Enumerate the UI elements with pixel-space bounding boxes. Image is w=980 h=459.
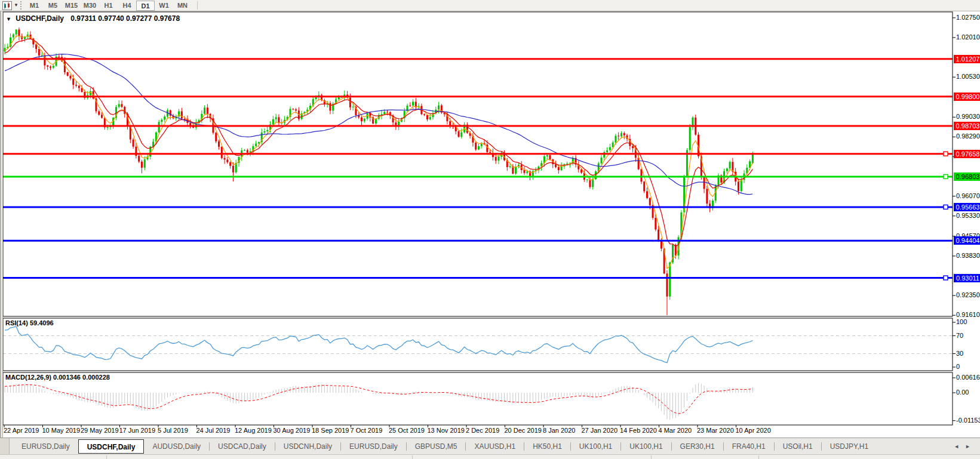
price-axis-tick-label: 1.00530 [956,73,980,80]
timeframe-button-d1[interactable]: D1 [136,1,155,11]
chart-tab-bar: EURUSD,DailyUSDCHF,DailyAUDUSD,DailyUSDC… [0,438,980,454]
price-axis-tick-label: 0.92350 [956,291,980,298]
date-label: 4 Mar 2020 [659,427,692,434]
timeframe-button-m30[interactable]: M30 [81,1,99,11]
date-label: 8 Jan 2020 [543,427,575,434]
rsi-axis-tick-label: 0 [956,363,960,370]
chart-tab-eurusd-daily[interactable]: EURUSD,Daily [13,439,78,454]
chart-type-icon[interactable] [2,1,12,10]
chart-title: ▼ USDCHF,Daily 0.97311 0.97740 0.97277 0… [6,14,180,23]
price-axis-tick-label: 0.98290 [956,133,980,140]
price-axis-tick-label: 0.96070 [956,192,980,199]
date-label: 22 Apr 2019 [4,427,39,434]
tab-scroll-left-icon[interactable]: ◄ [954,443,965,449]
price-axis-tick-label: 0.91610 [956,311,980,318]
timeframe-button-h4[interactable]: H4 [118,1,136,11]
chart-tab-usdjpy-h1[interactable]: USDJPY,H1 [822,439,877,454]
macd-axis-tick-label: 0.00 [956,389,969,396]
chart-symbol-period: USDCHF,Daily [16,14,64,23]
timeframe-button-w1[interactable]: W1 [155,1,173,11]
chart-tab-audusd-daily[interactable]: AUDUSD,Daily [144,439,209,454]
status-pane-divider [758,455,759,459]
chart-tab-usdchf-daily[interactable]: USDCHF,Daily [78,439,145,454]
date-label: 30 Aug 2019 [274,427,311,434]
chart-tab-usdcad-daily[interactable]: USDCAD,Daily [210,439,275,454]
chart-tab-fra40-h1[interactable]: FRA40,H1 [724,439,774,454]
chart-tab-usdcnh-daily[interactable]: USDCNH,Daily [275,439,340,454]
date-label: 27 Jan 2020 [582,427,618,434]
title-caret-icon[interactable]: ▼ [6,16,11,22]
chevron-down-icon[interactable]: ▼ [14,3,19,8]
date-label: 7 Oct 2019 [351,427,383,434]
chart-tab-xauusd-h1[interactable]: XAUUSD,H1 [466,439,524,454]
price-badge: 0.98703 [954,122,980,130]
macd-indicator-label: MACD(12,26,9) 0.001346 0.000228 [5,374,110,381]
rsi-indicator-label: RSI(14) 59.4096 [5,319,54,326]
toolbar-grip[interactable] [20,1,21,10]
chart-tab-gbpusd-m5[interactable]: GBPUSD,M5 [407,439,466,454]
timeframe-button-h1[interactable]: H1 [99,1,118,11]
date-label: 10 May 2019 [42,427,81,434]
chart-left-gutter [0,11,3,438]
timeframe-button-m1[interactable]: M1 [25,1,44,11]
chart-tab-hk50-h1[interactable]: HK50,H1 [524,439,570,454]
chart-tab-uk100-h1[interactable]: UK100,H1 [571,439,620,454]
status-pane-divider [412,455,413,459]
price-axis-tick-label: 1.02750 [956,14,980,21]
rsi-axis-tick-label: 30 [956,350,963,357]
price-badge: 0.94404 [954,236,980,245]
toolbar: ▼ M1M5M15M30H1H4D1W1MN [0,0,980,11]
date-label: 29 May 2019 [81,427,119,434]
date-label: 14 Feb 2020 [620,427,657,434]
mt4-window: ▼ M1M5M15M30H1H4D1W1MN ▼ USDCHF,Daily 0.… [0,0,980,459]
date-label: 20 Dec 2019 [505,427,542,434]
date-label: 2 Dec 2019 [466,427,499,434]
chart-tab-eurusd-daily[interactable]: EURUSD,Daily [341,439,406,454]
rsi-axis-tick-label: 70 [956,332,963,339]
date-label: 5 Jul 2019 [158,427,188,434]
toolbar-separator [197,1,198,10]
tab-scroll-right-icon[interactable]: ► [965,443,976,449]
chart-tab-ger30-h1[interactable]: GER30,H1 [672,439,723,454]
macd-axis-tick-label: -0.011531 [956,417,980,424]
price-badge: 0.96803 [954,172,980,181]
price-axis-tick-label: 0.93830 [956,252,980,259]
chart-tab-usoil-h1[interactable]: USOil,H1 [775,439,821,454]
macd-axis-tick-label: 0.006167 [956,374,980,381]
status-pane-divider [106,455,107,459]
tab-bar-lead [0,438,10,454]
chart-labels-layer: ▼ USDCHF,Daily 0.97311 0.97740 0.97277 0… [0,0,980,459]
timeframe-toolbar: M1M5M15M30H1H4D1W1MN [25,1,192,11]
price-axis-tick-label: 0.99030 [956,113,980,120]
price-badge: 0.99800 [954,93,980,101]
date-label: 12 Aug 2019 [235,427,272,434]
date-label: 23 Mar 2020 [697,427,734,434]
timeframe-button-mn[interactable]: MN [173,1,192,11]
date-label: 10 Apr 2020 [736,427,771,434]
chart-ohlc-values: 0.97311 0.97740 0.97277 0.97678 [70,14,180,23]
price-axis-tick-label: 0.95330 [956,212,980,219]
timeframe-button-m5[interactable]: M5 [44,1,62,11]
status-bar [0,454,980,459]
price-badge: 0.97658 [954,150,980,158]
date-label: 24 Jul 2019 [196,427,231,434]
price-badge: 0.95663 [954,203,980,211]
date-label: 18 Sep 2019 [312,427,349,434]
timeframe-button-m15[interactable]: M15 [62,1,81,11]
status-pane-divider [651,455,652,459]
price-badge: 1.01207 [954,55,980,63]
tab-scroll-arrows[interactable]: ◄► [954,443,976,449]
price-axis-tick-label: 1.02010 [956,33,980,41]
rsi-axis-tick-label: 100 [956,318,967,325]
date-label: 25 Oct 2019 [389,427,425,434]
chart-tab-uk100-h1[interactable]: UK100,H1 [621,439,671,454]
price-badge: 0.93011 [954,274,980,282]
date-label: 17 Jun 2019 [119,427,156,434]
date-label: 13 Nov 2019 [428,427,465,434]
